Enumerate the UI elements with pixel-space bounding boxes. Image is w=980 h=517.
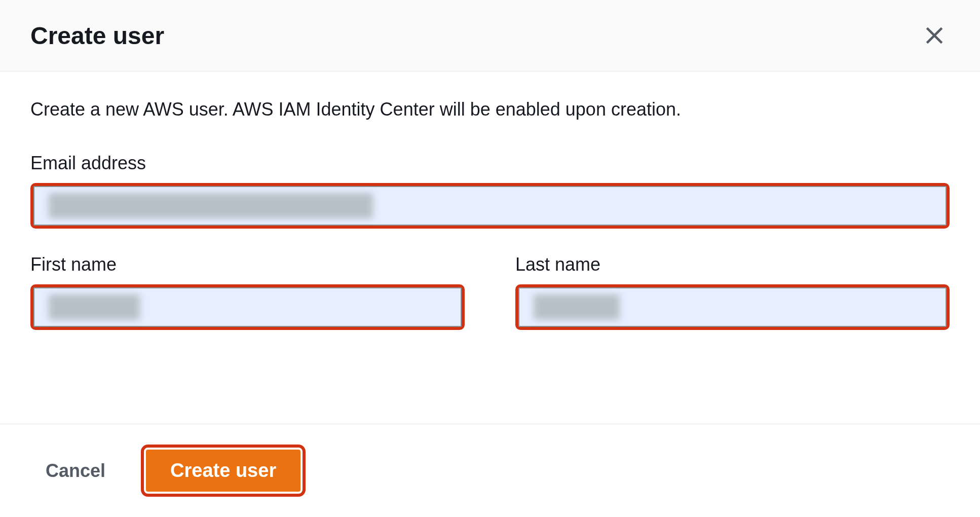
last-name-form-group: Last name bbox=[515, 254, 950, 330]
first-name-input-highlight bbox=[30, 284, 465, 330]
create-user-modal: Create user Create a new AWS user. AWS I… bbox=[0, 0, 980, 517]
email-input-highlight bbox=[30, 183, 950, 229]
close-icon bbox=[923, 24, 946, 47]
first-name-form-group: First name bbox=[30, 254, 465, 330]
modal-description: Create a new AWS user. AWS IAM Identity … bbox=[30, 97, 950, 122]
email-label: Email address bbox=[30, 153, 950, 174]
name-row: First name Last name bbox=[30, 254, 950, 355]
first-name-label: First name bbox=[30, 254, 465, 275]
last-name-input-highlight bbox=[515, 284, 950, 330]
modal-header: Create user bbox=[0, 0, 980, 71]
create-user-button-highlight: Create user bbox=[141, 445, 306, 497]
modal-title: Create user bbox=[30, 22, 164, 50]
create-user-button[interactable]: Create user bbox=[146, 450, 300, 492]
modal-footer: Cancel Create user bbox=[0, 424, 980, 517]
modal-body: Create a new AWS user. AWS IAM Identity … bbox=[0, 71, 980, 424]
redacted-email bbox=[49, 193, 373, 218]
cancel-button[interactable]: Cancel bbox=[30, 450, 121, 492]
last-name-label: Last name bbox=[515, 254, 950, 275]
email-form-group: Email address bbox=[30, 153, 950, 229]
redacted-last-name bbox=[534, 294, 620, 320]
close-button[interactable] bbox=[919, 20, 950, 51]
redacted-first-name bbox=[49, 294, 140, 320]
